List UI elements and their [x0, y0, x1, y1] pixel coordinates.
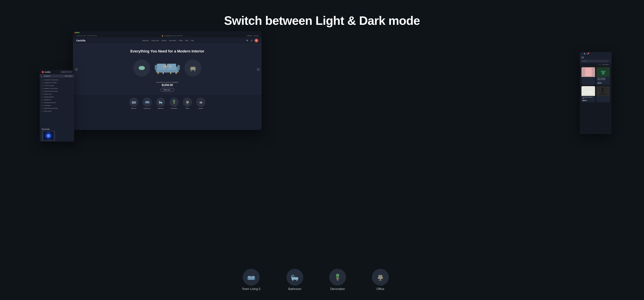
svg-rect-30: [145, 102, 146, 103]
nav-decoration[interactable]: Decoration: [169, 40, 176, 41]
search-input[interactable]: [582, 60, 608, 62]
nav-living-room[interactable]: Living room: [151, 40, 159, 41]
product-image: ♡: [582, 86, 595, 96]
living-room-icon: [142, 97, 152, 107]
list-item[interactable]: TV, Video & Audio ›: [40, 84, 74, 87]
bottom-cat-decoration[interactable]: Decoration: [329, 269, 346, 291]
cat-living-room[interactable]: Living room: [142, 97, 152, 109]
bottom-cat-bathroom[interactable]: Bathroom: [286, 269, 303, 291]
product-price: $38.99: [598, 82, 609, 84]
svg-rect-32: [146, 101, 149, 102]
nav-kitchen[interactable]: Kitchen: [162, 40, 166, 41]
carousel-next[interactable]: ›: [256, 68, 260, 71]
wishlist-icon[interactable]: ♡: [608, 87, 610, 88]
carousel-prev[interactable]: ‹: [75, 68, 78, 71]
tab-sale[interactable]: Sale: [582, 56, 584, 58]
new-arrivals-section: New arrivals: [40, 128, 74, 142]
svg-point-48: [586, 91, 586, 92]
minimize-dot: [76, 32, 78, 33]
cart-icon[interactable]: 🛒: [250, 39, 253, 42]
list-item[interactable]: Charging Stations ›: [40, 95, 74, 98]
product-info: Navy blue low sofa for relaxation $1250.…: [76, 81, 258, 87]
maximize-dot: [78, 32, 80, 33]
list-item[interactable]: Smartphones & Tablets ›: [40, 81, 74, 84]
svg-rect-31: [148, 102, 150, 103]
list-item[interactable]: Computers & Accessories ›: [40, 78, 74, 81]
list-item[interactable]: HDD/SSD Data Storage ›: [40, 107, 74, 110]
wishlist-icon[interactable]: ♡: [593, 68, 594, 69]
product-image: ♡: [596, 86, 610, 96]
wishlist-link[interactable]: Wishlist: [247, 35, 252, 36]
list-item[interactable]: Speakers & Home Music ›: [40, 87, 74, 90]
left-logo: Cartzilla: [42, 71, 50, 73]
boots-svg: [600, 87, 606, 95]
list-item[interactable]: Powerbanks ›: [40, 104, 74, 107]
bottom-category-labels: Toom Living 5 Bathroom Decoration Office: [242, 269, 389, 291]
svg-point-50: [588, 91, 588, 91]
sort-value[interactable]: Most popular: [602, 64, 609, 65]
bedroom-label: Bedroom: [131, 108, 136, 109]
search-submit-icon[interactable]: ›: [610, 60, 610, 62]
search-icon[interactable]: 🔍: [246, 39, 249, 42]
svg-rect-59: [292, 280, 293, 281]
svg-rect-9: [167, 67, 176, 70]
header-icons: ♡ 🔍 🛒 1: [582, 53, 589, 55]
cat-kitchen[interactable]: Kitchen: [196, 97, 206, 109]
bottom-cat-office[interactable]: Office: [372, 269, 389, 291]
list-item[interactable]: Printers & Ink ›: [40, 93, 74, 95]
left-sidebar-mockup: Cartzilla ☰ Categories Best Sellers Comp…: [40, 69, 74, 142]
list-item[interactable]: Cameras, Photo & Video ›: [40, 90, 74, 93]
toom-icon-circle: [243, 269, 260, 286]
nav-office[interactable]: Office: [179, 40, 183, 41]
left-search-input[interactable]: [60, 71, 72, 73]
site-logo[interactable]: Cartzilla: [76, 39, 85, 42]
cart-icon[interactable]: 🛒 1: [587, 53, 589, 55]
products-grid: ♡ ♡ Warm sweatshirt without a hoodie 1 s…: [580, 66, 612, 104]
svg-rect-51: [602, 88, 604, 92]
product-price: $1250.00: [76, 84, 258, 87]
product-card[interactable]: ♡: [596, 86, 610, 102]
cat-bathroom[interactable]: Bathroom: [156, 97, 165, 109]
search-bar: ›: [580, 59, 612, 63]
cat-office[interactable]: Office: [183, 97, 192, 109]
product-card[interactable]: ♡ Warm sweatshirt without a hoodie 1 sto…: [596, 67, 610, 85]
svg-point-47: [200, 102, 202, 103]
svg-rect-10: [155, 65, 157, 70]
svg-rect-44: [186, 104, 188, 104]
search-icon[interactable]: 🔍: [584, 53, 586, 55]
decoration-label: Decoration: [171, 108, 177, 109]
heart-icon[interactable]: ♡: [582, 53, 583, 55]
wishlist-icon[interactable]: ♡: [608, 68, 610, 69]
cat-bedroom[interactable]: Bedroom: [129, 97, 138, 109]
shop-now-button[interactable]: Shop now ›: [160, 88, 174, 92]
nav-sale[interactable]: Sale: [191, 40, 194, 41]
user-avatar[interactable]: G: [254, 39, 258, 42]
arrival-card[interactable]: [42, 131, 55, 141]
svg-rect-15: [176, 72, 176, 74]
account-link[interactable]: Account: [254, 35, 258, 36]
svg-rect-28: [132, 103, 136, 103]
product-image: ♡: [596, 67, 610, 77]
svg-point-49: [587, 91, 587, 91]
arrow-icon: ›: [171, 89, 171, 91]
svg-rect-37: [174, 103, 174, 104]
nav-blog[interactable]: Blog: [185, 40, 188, 41]
arrival-product-image: [44, 132, 54, 140]
list-item[interactable]: Wearable Electronics ›: [40, 101, 74, 104]
wishlist-icon[interactable]: ♡: [593, 87, 594, 88]
decoration-icon-circle: [329, 269, 346, 286]
living-room-label: Living room: [144, 108, 150, 109]
toom-label: Toom Living 5: [242, 287, 260, 291]
nav-bedroom[interactable]: Bedroom: [142, 40, 149, 41]
nav-actions: 🔍 🛒 G: [246, 39, 258, 42]
product-card[interactable]: ♡: [582, 67, 595, 85]
list-item[interactable]: Video Games ›: [40, 110, 74, 113]
categories-header: ☰ Categories Best Sellers: [40, 74, 74, 78]
product-thumbnail: [585, 68, 592, 76]
product-card[interactable]: ♡ Dress with a massive sole $28.50: [582, 86, 595, 102]
product-info: Dress with a massive sole $28.50: [582, 96, 595, 102]
bottom-cat-toom[interactable]: Toom Living 5: [242, 269, 260, 291]
list-item[interactable]: Headphones ›: [40, 98, 74, 101]
svg-rect-66: [378, 278, 383, 279]
cat-decoration[interactable]: Decoration: [170, 97, 178, 109]
